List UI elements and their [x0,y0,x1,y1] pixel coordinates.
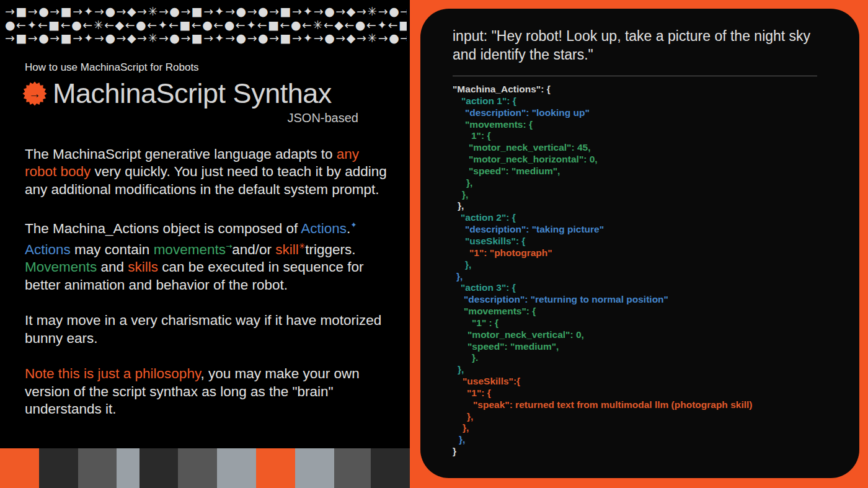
code-line: "speed": "medium", [453,166,835,177]
text-segment: skill [275,242,299,257]
body-paragraph: The MachinaScript generative language ad… [25,146,391,199]
code-line: "1": { [453,388,835,399]
code-panel: input: "Hey robot! Look up, take a pictu… [420,9,859,478]
body-copy: The MachinaScript generative language ad… [25,146,391,419]
pattern-row: ●←✦←■←●←✳←◆←●←✦←■←●←●←✦←■←●←✳←◆←●←✦←■←●←… [5,19,407,32]
color-strip [0,448,410,488]
text-segment: skills [128,259,158,275]
code-line: "action 3": { [453,282,835,294]
code-line: }, [453,271,835,283]
code-line: } [453,446,835,458]
text-segment: and [97,259,128,275]
strip-block-mid [334,448,371,488]
text-segment: It may move in a very charismatic way if… [25,313,381,346]
strip-block-mid [178,448,217,488]
code-line: }, [453,189,835,201]
code-line: }, [453,364,835,376]
title-row: → MachinaScript Synthax [22,78,410,110]
sparkle-icon: → [226,242,232,251]
slide-subtitle: JSON-based [22,111,358,125]
divider [453,76,817,76]
code-line: }, [453,411,835,423]
pattern-row: →■→●→■→✦→●→◆→✳→●→■→✦→●→●→■→✦→●→◆→✳→●→■→✦… [5,32,407,45]
code-line: "description": "looking up" [453,107,835,119]
code-line: "motor_neck_vertical": 0, [453,329,835,341]
code-line: }. [453,352,835,364]
text-segment: Note this is just a philosophy [25,366,200,381]
code-block: "Machina_Actions": {"action 1": {"descri… [453,84,835,458]
sparkle-icon: ✳ [299,242,305,251]
text-segment: The MachinaScript generative language ad… [25,146,337,162]
code-line: "description": "returning to normal posi… [453,294,835,306]
text-segment: triggers. [305,242,355,257]
text-segment: may contain [71,242,154,257]
strip-block-light [217,448,256,488]
code-line: "motor_neck_vertical": 45, [453,142,835,154]
code-line: "1" : { [453,317,835,329]
code-line: "1": "photograph" [453,247,835,259]
left-panel: →■→●→■→✦→●→◆→✳→●→■→✦→●→●→■→✦→●→◆→✳→●→■→✦… [0,0,410,488]
sparkle-icon: ✦ [350,221,356,229]
body-paragraph: Note this is just a philosophy, you may … [25,365,391,419]
code-line: "action 1": { [453,95,835,107]
text-segment: Actions [25,242,71,257]
code-line: }, [453,259,835,271]
slide-kicker: How to use MachinaScript for Robots [25,61,410,74]
code-line: "speed": "medium", [453,341,835,353]
text-segment: The Machina_Actions object is composed o… [25,221,301,236]
strip-block-light [295,448,334,488]
right-panel: input: "Hey robot! Look up, take a pictu… [410,0,868,488]
body-paragraph: The Machina_Actions object is composed o… [25,216,391,294]
code-line: "movements": { [453,306,835,317]
strip-block-dark [39,448,78,488]
decorative-dingbat-pattern: →■→●→■→✦→●→◆→✳→●→■→✦→●→●→■→✦→●→◆→✳→●→■→✦… [5,5,407,45]
strip-block-orange [0,448,39,488]
input-text: input: "Hey robot! Look up, take a pictu… [453,27,832,64]
svg-text:→: → [29,87,41,100]
strip-block-light [117,448,140,488]
text-segment: and/or [232,242,275,257]
code-line: "speak": returned text from multimodal l… [453,399,835,411]
page-title: MachinaScript Synthax [53,78,332,110]
body-paragraph: It may move in a very charismatic way if… [25,312,391,347]
text-segment: movements [154,242,226,257]
gear-icon: → [22,81,47,106]
text-segment: Movements [25,259,97,275]
code-line: "movements: { [453,119,835,131]
code-line: "description": "taking picture" [453,224,835,236]
code-line: }, [453,422,835,434]
code-line: "Machina_Actions": { [453,84,835,95]
code-line: "action 2": { [453,212,835,224]
strip-block-dark [371,448,410,488]
code-line: }, [453,177,835,189]
code-line: "useSkills": { [453,236,835,247]
pattern-row: →■→●→■→✦→●→◆→✳→●→■→✦→●→●→■→✦→●→◆→✳→●→■→✦… [5,5,407,19]
code-line: "useSkills":{ [453,376,835,388]
text-segment: Actions [301,221,347,236]
strip-block-mid [78,448,117,488]
code-line: 1": { [453,130,835,142]
strip-block-orange [256,448,295,488]
strip-block-dark [140,448,178,488]
code-line: }, [453,200,835,212]
slide-canvas: →■→●→■→✦→●→◆→✳→●→■→✦→●→●→■→✦→●→◆→✳→●→■→✦… [0,0,868,488]
code-line: "motor_neck_horizontal": 0, [453,154,835,166]
code-line: }, [453,434,835,446]
